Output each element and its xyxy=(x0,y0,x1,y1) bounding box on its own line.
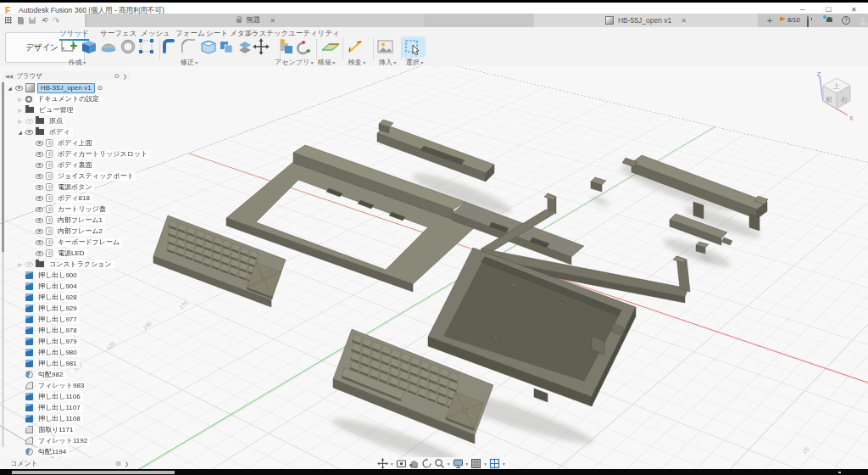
redo-button[interactable]: ↷▾ xyxy=(53,16,59,25)
pan-icon[interactable] xyxy=(377,458,388,469)
browser-item[interactable]: ◢ボディ xyxy=(5,126,150,137)
feature-item[interactable]: 押し出し980 xyxy=(5,347,150,358)
browser-item[interactable]: ◢HB-55J_open v1⊙ xyxy=(5,82,150,93)
caret-icon[interactable]: ▾ xyxy=(448,461,450,467)
visibility-eye-icon[interactable] xyxy=(36,141,43,146)
comments-options-icon[interactable]: ⊙ xyxy=(115,460,121,467)
feature-item[interactable]: 押し出し977 xyxy=(5,314,150,325)
help-icon[interactable]: ? xyxy=(842,16,850,25)
comments-panel-bar[interactable]: コメント ⊙ ❯ xyxy=(2,458,137,469)
visibility-eye-icon[interactable] xyxy=(36,207,43,212)
browser-scrollbar[interactable] xyxy=(2,82,4,447)
insert-image-icon[interactable] xyxy=(378,41,392,53)
revolve-icon[interactable] xyxy=(102,44,115,52)
zoom-icon[interactable] xyxy=(434,458,445,469)
caret-icon[interactable]: ▾ xyxy=(466,461,469,467)
joint-icon[interactable] xyxy=(298,41,310,53)
collapsed-arrow-icon[interactable]: ▷ xyxy=(17,119,23,124)
shell-icon[interactable] xyxy=(202,41,215,53)
pattern-icon[interactable] xyxy=(139,39,153,53)
tab-close-icon[interactable]: ✕ xyxy=(681,17,687,25)
feature-item[interactable]: 押し出し929 xyxy=(5,303,150,314)
browser-item[interactable]: ジョイスティックポート xyxy=(5,170,150,182)
browser-item[interactable]: ボディカートリッジスロット xyxy=(5,148,150,159)
browser-item[interactable]: 電源ボタン xyxy=(5,182,150,193)
feature-item[interactable]: 押し出し1108 xyxy=(5,413,150,424)
file-menu-button[interactable]: ▾ xyxy=(18,17,23,25)
visibility-eye-icon[interactable] xyxy=(36,251,43,256)
panel-options-icon[interactable]: ⊙ xyxy=(114,72,120,80)
comments-expand-icon[interactable]: ❯ xyxy=(125,461,129,467)
browser-item[interactable]: ボディ裏面 xyxy=(5,159,150,170)
collapse-panel-icon[interactable]: ◀◀ xyxy=(5,73,13,79)
visibility-eye-icon[interactable] xyxy=(36,218,43,223)
feature-item[interactable]: フィレット1192 xyxy=(5,435,150,446)
visibility-eye-icon[interactable] xyxy=(15,86,23,91)
visibility-eye-icon[interactable] xyxy=(36,229,43,234)
tab-hb55j-open[interactable]: HB-55J_open v1 ✕ xyxy=(534,14,758,27)
fillet-icon[interactable] xyxy=(182,40,195,53)
save-icon[interactable] xyxy=(29,17,36,24)
browser-item[interactable]: キーボードフレーム xyxy=(5,237,150,248)
browser-item[interactable]: ▷コンストラクション xyxy=(5,259,150,270)
model-part-rear-panel[interactable] xyxy=(622,155,768,231)
browser-item[interactable]: 内部フレーム1 xyxy=(5,215,150,226)
visibility-eye-icon[interactable] xyxy=(36,152,43,157)
browser-panel-header[interactable]: ◀◀ ブラウザ ⊙ ❯ xyxy=(2,71,131,81)
visibility-eye-icon[interactable] xyxy=(25,119,33,124)
caret-icon[interactable]: ▾ xyxy=(484,461,487,467)
extensions-badge[interactable]: 8/10 xyxy=(780,16,800,24)
browser-item[interactable]: ボディ上面 xyxy=(5,137,150,148)
visibility-eye-icon[interactable] xyxy=(36,196,43,201)
new-tab-button[interactable]: + xyxy=(764,14,776,26)
collapsed-arrow-icon[interactable]: ▷ xyxy=(17,97,23,102)
feature-item[interactable]: 押し出し1106 xyxy=(5,391,150,402)
feature-item[interactable]: 押し出し928 xyxy=(5,292,150,303)
feature-item[interactable]: フィレット983 xyxy=(5,380,150,391)
grid-settings-icon[interactable] xyxy=(470,458,481,469)
tab-untitled[interactable]: 無題 ✕ xyxy=(87,14,426,27)
caret-icon[interactable]: ▾ xyxy=(391,461,393,467)
feature-item[interactable]: 押し出し900 xyxy=(5,270,150,281)
visibility-eye-icon[interactable] xyxy=(25,130,33,135)
model-part-cartridge-slot-cover[interactable] xyxy=(377,120,494,182)
create-sketch-icon[interactable] xyxy=(62,40,77,51)
panel-expand-icon[interactable]: ❯ xyxy=(123,73,127,79)
press-pull-icon[interactable] xyxy=(164,41,173,52)
tab-close-icon[interactable]: ✕ xyxy=(270,17,275,25)
new-component-icon[interactable] xyxy=(280,39,292,53)
undo-button[interactable]: ↶▾ xyxy=(42,16,47,25)
expanded-arrow-icon[interactable]: ◢ xyxy=(7,86,13,91)
feature-item[interactable]: 押し出し1107 xyxy=(5,402,150,413)
feature-item[interactable]: 押し出し979 xyxy=(5,336,150,347)
close-button[interactable]: ✕ xyxy=(851,6,857,14)
data-panel-toggle-icon[interactable] xyxy=(5,17,12,24)
sweep-icon[interactable] xyxy=(123,42,134,53)
feature-item[interactable]: 勾配1194 xyxy=(5,446,150,457)
viewports-icon[interactable] xyxy=(489,458,500,469)
construction-plane-icon[interactable] xyxy=(322,44,339,50)
ground-indicator-icon[interactable]: ⊙ xyxy=(97,84,103,92)
browser-item[interactable]: ▷ビュー管理 xyxy=(5,104,150,115)
model-part-power-button[interactable] xyxy=(591,177,606,192)
collapsed-arrow-icon[interactable]: ▷ xyxy=(17,108,23,113)
feature-item[interactable]: 押し出し978 xyxy=(5,325,150,336)
visibility-eye-icon[interactable] xyxy=(36,240,43,245)
visibility-eye-icon[interactable] xyxy=(36,163,43,168)
select-icon[interactable] xyxy=(406,41,419,55)
move-icon[interactable] xyxy=(253,38,270,55)
feature-item[interactable]: 押し出し981 xyxy=(5,358,150,369)
feature-item[interactable]: 面取り1171 xyxy=(5,424,150,435)
browser-item[interactable]: ▷原点 xyxy=(5,115,150,126)
browser-item[interactable]: 電源LED xyxy=(5,248,150,259)
browser-item[interactable]: 内部フレーム2 xyxy=(5,226,150,237)
look-at-icon[interactable] xyxy=(396,458,407,469)
orbit-icon[interactable] xyxy=(421,458,432,469)
display-settings-icon[interactable] xyxy=(453,458,464,469)
hand-pan-icon[interactable] xyxy=(409,458,420,469)
minimize-button[interactable]: ─ xyxy=(800,6,805,14)
browser-item[interactable]: ▷ドキュメントの設定 xyxy=(5,93,150,104)
measure-icon[interactable] xyxy=(349,42,361,52)
view-cube[interactable]: 上 前 右 Z X xyxy=(804,71,865,132)
visibility-eye-icon[interactable] xyxy=(36,185,43,190)
